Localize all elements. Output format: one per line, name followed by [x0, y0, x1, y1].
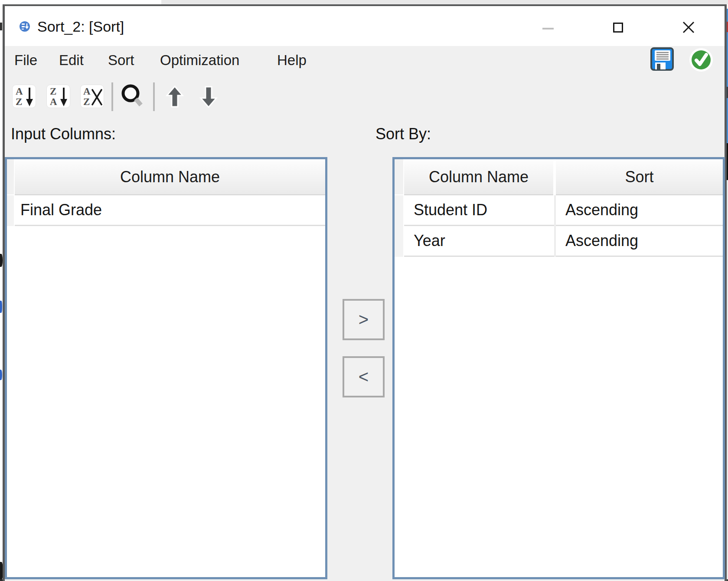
toolbar-separator: [111, 82, 113, 111]
sort-descending-button[interactable]: Z A: [46, 85, 70, 108]
sort-by-label: Sort By:: [375, 125, 431, 143]
remove-sort-icon: A: [83, 86, 91, 96]
window-title: Sort_2: [Sort]: [37, 18, 124, 35]
cell-value: Final Grade: [20, 201, 102, 219]
menu-optimization[interactable]: Optimization: [160, 52, 239, 69]
row-header[interactable]: [395, 195, 404, 226]
move-to-input-button[interactable]: <: [343, 356, 385, 397]
background-top-strip: [161, 0, 728, 4]
table-row-column-cell[interactable]: Year: [404, 226, 554, 257]
background-left-fragment: [0, 301, 2, 313]
background-left-fragment: [0, 370, 2, 380]
table-row-sort-cell[interactable]: Ascending: [556, 195, 723, 226]
search-icon: [119, 82, 146, 109]
move-down-button[interactable]: [199, 85, 219, 109]
close-icon: [682, 21, 695, 33]
grid-corner-cell: [395, 159, 404, 195]
sortby-sort-header[interactable]: Sort: [556, 159, 723, 195]
cell-value: Year: [414, 232, 445, 250]
validate-check-icon: [689, 47, 714, 72]
move-up-button[interactable]: [165, 85, 185, 109]
move-to-sort-button[interactable]: >: [343, 299, 385, 340]
x-glyph: [91, 86, 102, 107]
sortby-column-name-header[interactable]: Column Name: [404, 159, 553, 195]
background-left-fragment: [0, 23, 2, 30]
validate-button[interactable]: [689, 47, 714, 72]
sort-ascending-icon: A: [16, 86, 23, 96]
down-arrow-glyph: [25, 86, 34, 107]
input-column-name-header[interactable]: Column Name: [15, 159, 325, 195]
menu-file[interactable]: File: [14, 52, 37, 69]
save-icon: [650, 47, 674, 71]
search-button[interactable]: [119, 82, 146, 109]
menu-edit[interactable]: Edit: [59, 52, 84, 69]
app-icon: [19, 21, 30, 32]
input-columns-label: Input Columns:: [11, 125, 116, 143]
maximize-button[interactable]: [613, 23, 623, 33]
menu-help[interactable]: Help: [277, 52, 307, 69]
cell-value: Student ID: [414, 201, 487, 219]
row-header[interactable]: [395, 226, 404, 257]
row-header[interactable]: [7, 195, 15, 226]
close-button[interactable]: [682, 21, 695, 33]
menu-sort[interactable]: Sort: [108, 52, 134, 69]
table-row-sort-cell[interactable]: Ascending: [556, 226, 723, 257]
toolbar-separator: [153, 82, 155, 111]
remove-sort-button[interactable]: A Z: [80, 85, 104, 108]
sort-descending-icon: Z: [50, 86, 56, 96]
table-row-column-cell[interactable]: Student ID: [404, 195, 554, 226]
down-arrow-glyph: [59, 86, 68, 107]
screen: { "window": { "title": "Sort_2: [Sort]",…: [0, 0, 728, 581]
grid-corner-cell: [7, 159, 15, 195]
input-columns-grid: Column Name Final Grade: [5, 157, 327, 579]
sort-ascending-button[interactable]: A Z: [12, 85, 36, 108]
move-down-icon: [199, 85, 219, 109]
table-row[interactable]: Final Grade: [15, 195, 325, 226]
save-button[interactable]: [650, 47, 674, 71]
cell-value: Ascending: [565, 232, 638, 250]
minimize-button[interactable]: [542, 28, 554, 30]
cell-value: Ascending: [565, 201, 638, 219]
sort-by-grid: Column Name Sort Student ID Ascending Ye…: [392, 157, 725, 579]
move-up-icon: [165, 85, 185, 109]
